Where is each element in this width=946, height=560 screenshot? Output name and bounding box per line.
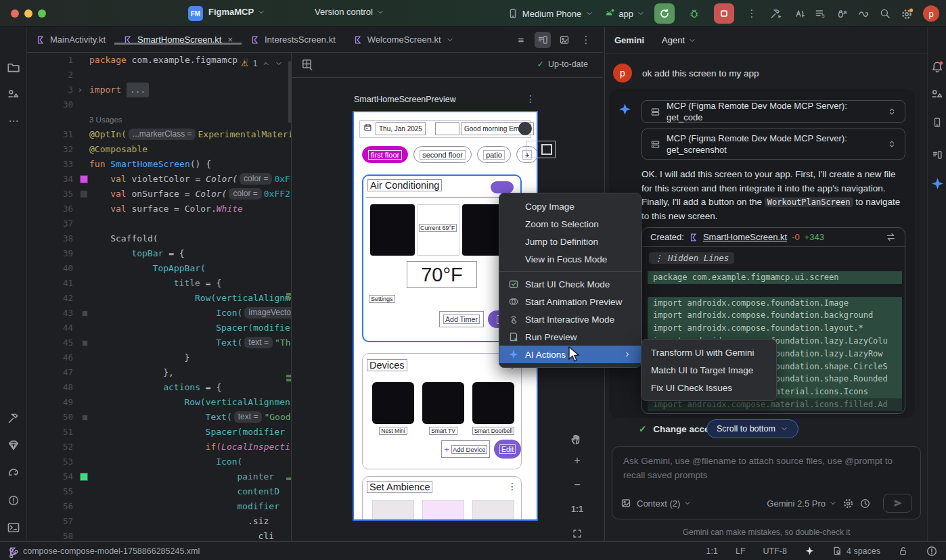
readonly-lock-icon[interactable] [898,546,908,556]
color-swatch[interactable] [80,190,88,198]
color-swatch[interactable] [82,415,88,421]
next-problem-icon[interactable] [275,60,283,68]
code-line[interactable]: 55contentD [27,484,291,499]
code-line[interactable]: 32@Composable [27,142,291,157]
selection-handle[interactable] [541,144,552,155]
problems-status-icon[interactable] [926,545,938,557]
code-line[interactable]: 49Row(verticalAlignmen [27,395,291,410]
ambience-tile[interactable] [422,500,464,519]
menu-item-start-ui-check-mode[interactable]: Start UI Check Mode [499,275,641,293]
ac-toggle[interactable] [491,181,514,193]
zoom-out-button[interactable]: − [568,476,586,494]
code-editor[interactable]: 1package com.example.figmamcp.u23›import… [27,53,291,541]
run-config-selector[interactable]: app [603,8,645,19]
code-line[interactable]: 35val onSurface = Color(color =0xFF2E2 [27,187,291,202]
minimize-window-button[interactable] [24,9,32,18]
design-view-button[interactable] [556,32,572,48]
ambience-tile[interactable] [372,500,414,519]
pan-tool-icon[interactable] [568,430,585,448]
code-line[interactable]: 38Scaffold( [27,231,291,246]
menu-item-jump-to-definition[interactable]: Jump to Definition [499,233,641,250]
menu-item-ai-actions[interactable]: AI Actions [499,346,641,363]
code-line[interactable]: 46} [27,350,291,365]
zoom-level-label[interactable]: 1:1 [568,500,586,518]
profiler-icon[interactable] [792,7,805,20]
menu-item-copy-image[interactable]: Copy Image [499,197,641,215]
attach-image-icon[interactable] [621,498,631,509]
devices-card[interactable]: Devices ⋮ Nest MiniSmart TVSmart Doorbel… [362,353,522,469]
expand-icon[interactable] [887,107,897,116]
code-line[interactable]: 30 [27,97,291,112]
sync-icon[interactable] [857,7,870,20]
context-selector[interactable]: Context (2) [637,498,692,509]
device-manager-icon[interactable] [930,87,945,101]
tool-call-card[interactable]: MCP (Figma Remote Dev Mode MCP Server): … [641,129,905,160]
tab-interestsscreen-kt[interactable]: InterestsScreen.kt [242,34,344,45]
code-line[interactable]: 51Spacer(modifier [27,425,291,440]
menu-item-start-interactive-mode[interactable]: Start Interactive Mode [499,310,641,328]
line-ending[interactable]: LF [736,546,746,556]
file-encoding[interactable]: UTF-8 [763,546,787,556]
code-line[interactable]: 3 Usages [27,112,291,127]
created-file-link[interactable]: SmartHomeScreen.kt [703,232,787,242]
indent-widget[interactable]: 4 spaces [832,546,880,556]
folded-region[interactable]: ... [127,83,149,97]
prev-problem-icon[interactable] [262,60,270,68]
room-chip-first-floor[interactable]: first floor [362,146,408,163]
code-line[interactable]: 31@OptIn(...markerClass =ExperimentalMat… [27,127,291,142]
add-timer-button[interactable]: Add Timer [439,311,484,327]
code-line[interactable]: 54painter [27,469,291,484]
status-file[interactable]: compose-compose-model-1758866285245.xml [8,546,200,556]
selection-frame[interactable] [526,141,556,158]
tab-options-icon[interactable]: ⋮ [578,32,594,48]
tab-welcomescreen-kt[interactable]: WelcomeScreen.kt [344,34,463,45]
code-line[interactable]: 44Spacer(modifier [27,321,291,335]
usages-hint[interactable]: 3 Usages [89,116,122,124]
color-swatch[interactable] [80,175,88,183]
preview-layout-icon[interactable] [301,58,313,70]
code-line[interactable]: 33fun SmartHomeScreen() { [27,157,291,172]
scroll-to-bottom-button[interactable]: Scroll to bottom [706,419,798,438]
zoom-fit-icon[interactable] [568,525,586,541]
agent-mode-selector[interactable]: Agent [662,35,696,45]
app-insights-icon[interactable] [5,437,22,453]
terminal-tool-icon[interactable] [5,519,22,536]
code-line[interactable]: 56modifier [27,499,291,514]
code-line[interactable]: 34val violetColor = Color(color =0xFEB [27,172,291,187]
menu-item-view-in-focus-mode[interactable]: View in Focus Mode [499,250,641,268]
submenu-item-match-ui-to-target-image[interactable]: Match UI to Target Image [641,361,776,379]
code-line[interactable]: 57.siz [27,514,291,529]
layout-inspector-icon[interactable] [930,147,945,162]
edit-devices-button[interactable]: Edit [494,440,521,459]
code-line[interactable]: 43Icon(imageVector [27,306,291,321]
build-tool-icon[interactable] [5,410,22,426]
cursor-position[interactable]: 1:1 [706,546,718,556]
device-tile[interactable] [372,382,414,424]
split-view-button[interactable] [535,32,551,48]
code-line[interactable]: 42Row(verticalAlignmen [27,291,291,306]
gradle-tool-icon[interactable] [5,464,22,480]
ambience-card[interactable]: Set Ambience ⋮ [362,476,522,519]
rerun-button[interactable] [654,3,675,24]
ai-status-icon[interactable] [805,546,815,556]
code-line[interactable]: 58cli [27,529,291,541]
menu-item-zoom-to-selection[interactable]: Zoom to Selection [499,215,641,233]
preview-title[interactable]: SmartHomeScreenPreview [354,95,456,104]
expand-icon[interactable] [887,139,897,149]
close-tab-icon[interactable]: × [227,34,233,45]
resource-manager-icon[interactable] [5,86,22,102]
room-chip-patio[interactable]: patio [477,146,511,163]
tab-mainactivity-kt[interactable]: MainActivity.kt [27,34,114,45]
notifications-bell-icon[interactable] [930,60,945,74]
attach-debugger-icon[interactable] [836,7,848,20]
preview-options-icon[interactable]: ⋮ [526,93,535,104]
hidden-lines-chip[interactable]: ⋮ Hidden Lines [649,252,734,264]
tab-smarthomescreen-kt[interactable]: SmartHomeScreen.kt× [114,34,242,45]
ac-card[interactable]: Air Conditioning Current 69°F 70°F Setti… [362,174,522,342]
history-icon[interactable] [859,498,871,509]
settings-gear-icon[interactable] [901,7,914,20]
more-actions-button[interactable]: ⋮ [744,5,760,22]
room-chip-second-floor[interactable]: second floor [413,146,472,163]
code-line[interactable]: 52if(LocalInspecti [27,440,291,454]
search-icon[interactable] [879,7,891,20]
